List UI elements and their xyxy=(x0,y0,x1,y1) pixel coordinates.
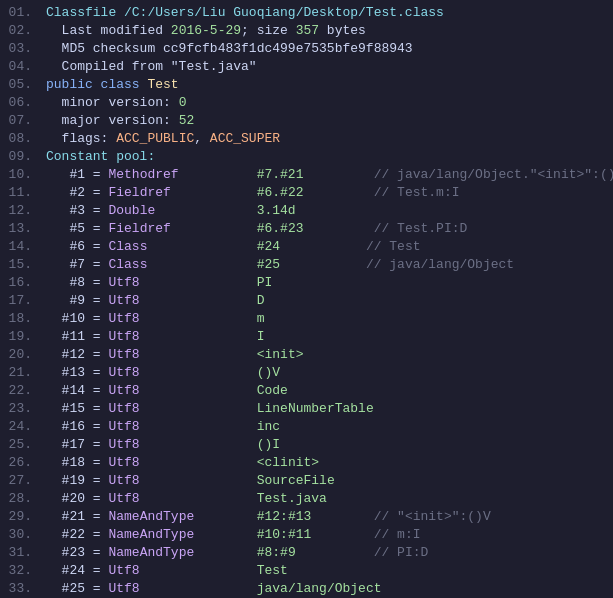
line-number: 23. xyxy=(6,400,32,418)
code-segment: <clinit> xyxy=(257,455,319,470)
code-segment: Constant pool: xyxy=(46,149,155,164)
code-line: #23 = NameAndType #8:#9 // PI:D xyxy=(46,544,613,562)
line-number: 29. xyxy=(6,508,32,526)
code-segment: Utf8 xyxy=(108,401,139,416)
code-segment: #11 = xyxy=(46,329,108,344)
code-viewer: 01.02.03.04.05.06.07.08.09.10.11.12.13.1… xyxy=(0,0,613,598)
code-line: flags: ACC_PUBLIC, ACC_SUPER xyxy=(46,130,613,148)
code-segment: #6.#22 xyxy=(257,185,304,200)
code-segment: #7.#21 xyxy=(257,167,304,182)
code-segment: #21 = xyxy=(46,509,108,524)
code-segment: ACC_PUBLIC xyxy=(116,131,194,146)
code-segment: #8:#9 xyxy=(257,545,296,560)
line-number: 19. xyxy=(6,328,32,346)
code-segment xyxy=(179,167,257,182)
code-line: #16 = Utf8 inc xyxy=(46,418,613,436)
code-line: #25 = Utf8 java/lang/Object xyxy=(46,580,613,598)
line-number: 08. xyxy=(6,130,32,148)
line-number: 22. xyxy=(6,382,32,400)
code-segment: LineNumberTable xyxy=(257,401,374,416)
line-number: 30. xyxy=(6,526,32,544)
line-number: 32. xyxy=(6,562,32,580)
code-segment xyxy=(140,383,257,398)
code-segment: Class xyxy=(108,257,147,272)
code-segment: m xyxy=(257,311,265,326)
line-number: 11. xyxy=(6,184,32,202)
code-segment: // "<init>":()V xyxy=(374,509,491,524)
code-content: Classfile /C:/Users/Liu Guoqiang/Desktop… xyxy=(38,4,613,598)
line-number: 16. xyxy=(6,274,32,292)
code-segment xyxy=(140,401,257,416)
line-number: 02. xyxy=(6,22,32,40)
code-line: public class Test xyxy=(46,76,613,94)
code-line: #18 = Utf8 <clinit> xyxy=(46,454,613,472)
code-segment xyxy=(194,545,256,560)
line-number: 09. xyxy=(6,148,32,166)
line-number: 33. xyxy=(6,580,32,598)
code-line: MD5 checksum cc9fcfb483f1dc499e7535bfe9f… xyxy=(46,40,613,58)
code-segment: #6.#23 xyxy=(257,221,304,236)
line-number: 06. xyxy=(6,94,32,112)
code-segment: #25 xyxy=(257,257,280,272)
code-segment xyxy=(140,437,257,452)
line-number: 25. xyxy=(6,436,32,454)
line-number: 01. xyxy=(6,4,32,22)
line-number: 03. xyxy=(6,40,32,58)
code-segment: Test xyxy=(147,77,178,92)
code-segment: // m:I xyxy=(374,527,421,542)
code-segment: Utf8 xyxy=(108,311,139,326)
code-line: #6 = Class #24 // Test xyxy=(46,238,613,256)
code-line: #7 = Class #25 // java/lang/Object xyxy=(46,256,613,274)
code-line: #5 = Fieldref #6.#23 // Test.PI:D xyxy=(46,220,613,238)
code-segment: #3 = xyxy=(46,203,108,218)
code-line: #13 = Utf8 ()V xyxy=(46,364,613,382)
code-segment xyxy=(194,509,256,524)
code-line: #2 = Fieldref #6.#22 // Test.m:I xyxy=(46,184,613,202)
code-line: #9 = Utf8 D xyxy=(46,292,613,310)
code-segment: // java/lang/Object."<init>":()V xyxy=(374,167,613,182)
code-line: #22 = NameAndType #10:#11 // m:I xyxy=(46,526,613,544)
code-line: #1 = Methodref #7.#21 // java/lang/Objec… xyxy=(46,166,613,184)
code-segment: minor version: xyxy=(46,95,179,110)
code-segment xyxy=(311,527,373,542)
code-segment: Test xyxy=(257,563,288,578)
code-segment: SourceFile xyxy=(257,473,335,488)
code-segment: NameAndType xyxy=(108,509,194,524)
code-segment xyxy=(171,185,257,200)
code-segment: Test.java xyxy=(257,491,327,506)
line-number: 13. xyxy=(6,220,32,238)
line-number: 31. xyxy=(6,544,32,562)
code-line: #24 = Utf8 Test xyxy=(46,562,613,580)
code-segment: java/lang/Object xyxy=(257,581,382,596)
code-segment xyxy=(140,419,257,434)
code-segment: Utf8 xyxy=(108,329,139,344)
code-segment: Methodref xyxy=(108,167,178,182)
code-segment xyxy=(194,527,256,542)
code-segment: #1 = xyxy=(46,167,108,182)
code-segment: #19 = xyxy=(46,473,108,488)
code-segment xyxy=(140,491,257,506)
code-segment: Utf8 xyxy=(108,473,139,488)
code-segment: Utf8 xyxy=(108,581,139,596)
code-segment: #16 = xyxy=(46,419,108,434)
code-segment xyxy=(140,581,257,596)
code-segment: #6 = xyxy=(46,239,108,254)
code-segment: ACC_SUPER xyxy=(210,131,280,146)
code-segment: flags: xyxy=(46,131,116,146)
code-segment: Compiled from "Test.java" xyxy=(46,59,257,74)
line-number: 17. xyxy=(6,292,32,310)
code-segment: PI xyxy=(257,275,273,290)
code-segment xyxy=(140,473,257,488)
code-segment: #10 = xyxy=(46,311,108,326)
code-segment: , xyxy=(194,131,210,146)
code-segment: Utf8 xyxy=(108,347,139,362)
code-segment xyxy=(140,455,257,470)
code-segment: #22 = xyxy=(46,527,108,542)
line-number: 28. xyxy=(6,490,32,508)
code-segment: 357 xyxy=(296,23,319,38)
code-segment xyxy=(140,329,257,344)
code-segment: NameAndType xyxy=(108,545,194,560)
code-segment: #23 = xyxy=(46,545,108,560)
line-number: 15. xyxy=(6,256,32,274)
code-segment: bytes xyxy=(319,23,366,38)
